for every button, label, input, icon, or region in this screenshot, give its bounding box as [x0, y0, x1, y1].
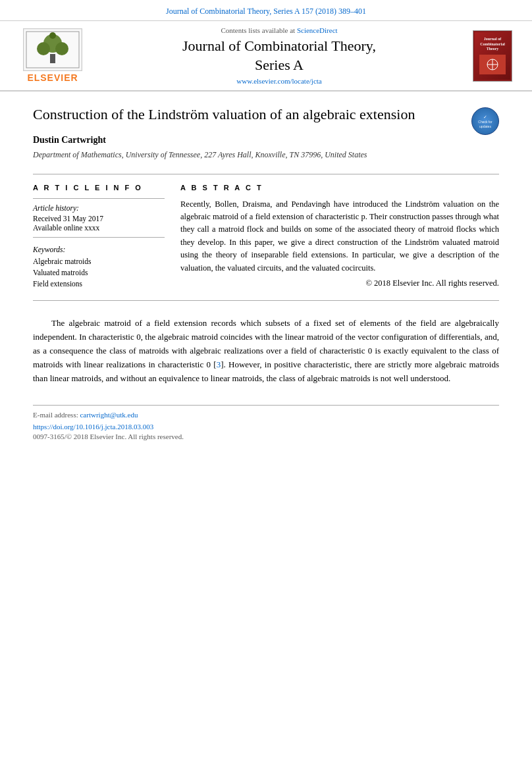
journal-url[interactable]: www.elsevier.com/locate/jcta — [96, 77, 462, 85]
body-section: The algebraic matroid of a field extensi… — [33, 317, 499, 385]
keywords-section: Keywords: Algebraic matroids Valuated ma… — [33, 246, 165, 290]
doi-link[interactable]: https://doi.org/10.1016/j.jcta.2018.03.0… — [33, 423, 153, 431]
check-badge: ✓ Check for updates — [471, 107, 499, 135]
article-info-column: A R T I C L E I N F O Article history: R… — [33, 184, 165, 290]
keyword-1: Algebraic matroids — [33, 256, 165, 267]
elsevier-label: ELSEVIER — [27, 72, 78, 83]
contents-line: Contents lists available at ScienceDirec… — [96, 26, 462, 34]
journal-banner: ELSEVIER Contents lists available at Sci… — [0, 21, 532, 92]
cover-inner: Journal ofCombinatorialTheory — [475, 32, 510, 80]
abstract-text: Recently, Bollen, Draisma, and Pendaving… — [180, 198, 499, 275]
sciencedirect-link[interactable]: ScienceDirect — [297, 26, 338, 34]
journal-cover-thumbnail: Journal ofCombinatorialTheory — [473, 30, 512, 82]
svg-point-4 — [37, 42, 50, 55]
affiliation: Department of Mathematics, University of… — [33, 149, 499, 161]
email-prefix: E-mail address: — [33, 411, 80, 419]
body-divider — [33, 300, 499, 301]
info-divider-2 — [33, 237, 165, 238]
article-info-header: A R T I C L E I N F O — [33, 184, 165, 192]
keywords-label: Keywords: — [33, 246, 165, 253]
info-divider-1 — [33, 198, 165, 199]
journal-header-top: Journal of Combinatorial Theory, Series … — [0, 0, 532, 21]
abstract-copyright: © 2018 Elsevier Inc. All rights reserved… — [180, 278, 499, 288]
received-date: Received 31 May 2017 — [33, 215, 165, 223]
cover-text: Journal ofCombinatorialTheory — [479, 37, 506, 74]
article-content: ✓ Check for updates Construction of the … — [0, 92, 532, 460]
check-for-updates-badge: ✓ Check for updates — [471, 107, 499, 135]
author-name: Dustin Cartwright — [33, 135, 499, 145]
ref-3-link[interactable]: 3 — [217, 359, 221, 369]
email-footnote: E-mail address: cartwright@utk.edu — [33, 411, 499, 419]
article-title: Construction of the Lindström valuation … — [33, 105, 499, 124]
elsevier-tree-logo — [23, 28, 82, 71]
svg-point-6 — [49, 32, 56, 39]
abstract-column: A B S T R A C T Recently, Bollen, Draism… — [180, 184, 499, 290]
journal-name: Journal of Combinatorial Theory, Series … — [96, 37, 462, 74]
check-badge-label: Check for updates — [475, 120, 496, 128]
contents-prefix: Contents lists available at — [221, 26, 296, 34]
email-link[interactable]: cartwright@utk.edu — [80, 411, 138, 419]
footer-copyright: 0097-3165/© 2018 Elsevier Inc. All right… — [33, 433, 499, 440]
available-online: Available online xxxx — [33, 224, 165, 232]
elsevier-logo-block: ELSEVIER — [20, 28, 86, 83]
journal-title-block: Contents lists available at ScienceDirec… — [96, 26, 462, 85]
history-label: Article history: — [33, 204, 165, 212]
keyword-3: Field extensions — [33, 278, 165, 290]
doi-link-line: https://doi.org/10.1016/j.jcta.2018.03.0… — [33, 423, 499, 431]
two-column-section: A R T I C L E I N F O Article history: R… — [33, 184, 499, 290]
journal-citation: Journal of Combinatorial Theory, Series … — [166, 7, 366, 16]
body-paragraph-1: The algebraic matroid of a field extensi… — [33, 317, 499, 385]
page-footer: E-mail address: cartwright@utk.edu https… — [33, 405, 499, 440]
svg-rect-2 — [50, 54, 55, 63]
svg-point-5 — [55, 42, 68, 55]
abstract-header: A B S T R A C T — [180, 184, 499, 192]
section-divider — [33, 174, 499, 174]
keyword-2: Valuated matroids — [33, 267, 165, 278]
